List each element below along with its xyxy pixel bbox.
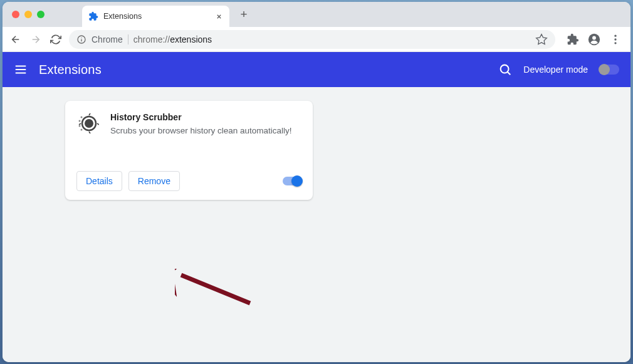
tab-extensions[interactable]: Extensions — [82, 6, 229, 27]
tab-title: Extensions — [103, 12, 209, 21]
window-controls — [12, 11, 44, 18]
details-button[interactable]: Details — [76, 171, 122, 191]
svg-point-17 — [81, 129, 83, 131]
extension-text: History Scrubber Scrubs your browser his… — [110, 112, 292, 171]
address-bar: Chrome chrome://extensions — [3, 27, 630, 52]
address-origin: Chrome — [92, 34, 123, 44]
page-title: Extensions — [39, 63, 487, 77]
site-info-icon[interactable] — [76, 34, 86, 44]
address-path: chrome://extensions — [133, 34, 212, 44]
svg-point-6 — [614, 42, 616, 44]
address-field[interactable]: Chrome chrome://extensions — [69, 30, 555, 49]
toolbar-actions — [567, 33, 622, 46]
close-window-button[interactable] — [12, 11, 19, 18]
star-icon[interactable] — [535, 33, 548, 46]
extension-icon — [76, 112, 99, 135]
forward-button[interactable] — [29, 33, 43, 46]
extensions-toolbar: Extensions Developer mode — [3, 52, 630, 87]
svg-point-13 — [85, 119, 93, 128]
extensions-icon[interactable] — [567, 33, 579, 46]
developer-mode-toggle[interactable] — [599, 65, 619, 75]
developer-mode-label: Developer mode — [523, 65, 588, 75]
extension-enabled-toggle[interactable] — [283, 177, 301, 185]
back-button[interactable] — [9, 33, 23, 46]
hamburger-icon[interactable] — [14, 63, 28, 76]
card-bottom: Details Remove — [76, 171, 301, 191]
extension-description: Scrubs your browser history clean automa… — [110, 125, 292, 137]
svg-line-11 — [508, 72, 511, 75]
close-tab-button[interactable] — [214, 12, 223, 21]
extensions-content: History Scrubber Scrubs your browser his… — [3, 87, 630, 362]
annotation-arrow — [175, 269, 263, 313]
address-divider — [128, 34, 128, 44]
profile-icon[interactable] — [588, 33, 600, 46]
extension-name: History Scrubber — [110, 112, 292, 122]
svg-line-19 — [181, 275, 250, 303]
card-top: History Scrubber Scrubs your browser his… — [76, 112, 301, 171]
extension-card: History Scrubber Scrubs your browser his… — [65, 101, 313, 200]
svg-point-10 — [501, 65, 509, 73]
svg-point-5 — [614, 38, 616, 40]
remove-button[interactable]: Remove — [128, 171, 180, 191]
svg-point-14 — [81, 117, 83, 118]
svg-marker-1 — [536, 34, 547, 44]
svg-point-16 — [79, 125, 81, 127]
search-icon[interactable] — [498, 63, 512, 76]
svg-point-4 — [614, 34, 616, 36]
svg-point-3 — [592, 36, 596, 39]
maximize-window-button[interactable] — [37, 11, 44, 18]
tab-strip: Extensions + — [3, 2, 630, 27]
svg-point-15 — [79, 120, 81, 122]
browser-window: Extensions + Chrome chrome://extensions — [3, 2, 630, 362]
more-menu-icon[interactable] — [609, 33, 622, 46]
new-tab-button[interactable]: + — [237, 8, 251, 21]
puzzle-icon — [88, 11, 98, 21]
minimize-window-button[interactable] — [24, 11, 32, 18]
reload-button[interactable] — [49, 33, 63, 46]
